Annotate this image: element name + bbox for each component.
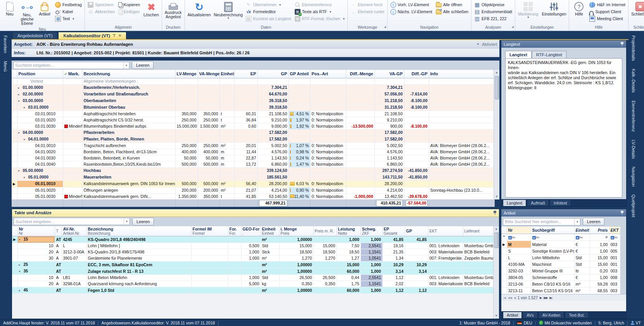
lv-menge-cell[interactable]: 400,000	[175, 149, 198, 155]
column-header-einheit[interactable]: Einheit	[574, 227, 590, 234]
einheit-cell[interactable]: €	[574, 274, 590, 281]
suchbegriff-cell[interactable]: Maschinist	[531, 261, 574, 268]
diff-gp-cell[interactable]: -8.100,00	[404, 97, 429, 104]
bezeichnung-cell[interactable]: Rasenbordstein,Beton,10/25,Kiesb.bis10m	[82, 161, 175, 167]
pin-icon[interactable]	[620, 211, 624, 215]
bezeichnung-cell[interactable]: Bordstein, Betonbett, in Kurven	[82, 155, 175, 161]
bezeichnung-cell[interactable]: Baustelleneinr./Verkehrssich.	[82, 84, 175, 91]
column-header-geo-for[interactable]: GEO-For.	[241, 226, 261, 236]
einheit-cell[interactable]: €	[574, 248, 590, 255]
table-row[interactable]: ▾05.00.0000Hochbau339.124,50297.274,50-4…	[12, 167, 494, 174]
table-row[interactable]: ▾04.00.0000Pflasterarbeiten17.582,0017.5…	[12, 129, 494, 136]
menge-cell[interactable]	[241, 268, 261, 275]
info-cell[interactable]	[429, 174, 494, 180]
gesamt-cell[interactable]: 3,14	[382, 268, 405, 275]
suchbegriff-cell[interactable]: Sonstige Kosten (LV-Positi...	[531, 248, 574, 255]
va-gp-cell[interactable]: 13.462,50	[375, 193, 404, 199]
panel-tab-av-ketten[interactable]: AV-Ketten	[539, 312, 565, 319]
nr-cell[interactable]: 3213-06	[507, 281, 531, 288]
pos-art-cell[interactable]: 0: Normalposition	[310, 123, 346, 129]
diff-menge-cell[interactable]	[346, 161, 375, 167]
einheit-cell[interactable]: m²	[219, 142, 234, 149]
va-gp-cell[interactable]: 4.576,00	[375, 149, 404, 155]
for-cell[interactable]	[228, 236, 241, 243]
va-gp-cell[interactable]: 28.200,00	[375, 180, 404, 187]
einheit-cell[interactable]: m³	[574, 288, 590, 294]
gp-cell[interactable]: 4.214,00	[257, 187, 288, 193]
diff-gp-cell[interactable]	[404, 161, 429, 167]
ekt-cell[interactable]: 003	[609, 288, 620, 294]
einheit-cell[interactable]: m²	[261, 255, 279, 262]
main-search-input[interactable]	[14, 63, 123, 68]
info-cell[interactable]	[429, 167, 494, 174]
diff-gp-cell[interactable]	[404, 84, 429, 91]
einheit-cell[interactable]: m	[219, 149, 234, 155]
einheit-cell[interactable]: m²	[261, 268, 279, 275]
zkf-cell[interactable]: 1,000	[361, 268, 382, 275]
langtext-tab-langtext[interactable]: Langtext	[505, 51, 532, 58]
column-header-lieferant[interactable]: Lieferant	[463, 226, 494, 236]
ep-cell[interactable]: 11,44	[234, 149, 257, 155]
diff-menge-cell[interactable]	[346, 187, 375, 193]
gesamt-cell[interactable]: 10,29	[382, 262, 405, 268]
bezeichnung-cell[interactable]: Vorarbeiten und Straßenaufbruch	[82, 91, 175, 97]
gp-anteil-cell[interactable]	[288, 104, 310, 111]
pos-art-cell[interactable]	[310, 174, 346, 180]
panel-tab-artikel[interactable]: Artikel	[503, 312, 522, 319]
diff-gp-cell[interactable]: -41.850,00	[404, 174, 429, 180]
gesamt-cell[interactable]: 2,02	[382, 281, 405, 287]
gp-anteil-cell[interactable]: 0,98 %	[288, 149, 310, 155]
einheit-cell[interactable]	[219, 167, 234, 174]
bezeichnung-cell[interactable]: Kalksandsteinmauerwerk gern. DIN 1053 fü…	[82, 180, 175, 187]
info-cell[interactable]	[429, 84, 494, 91]
lieferant-cell[interactable]: Musterbau GmbH	[463, 275, 494, 281]
sidebar-tab-menü[interactable]: Menü	[0, 57, 11, 76]
pos-art-cell[interactable]: 0: Normalposition	[310, 155, 346, 161]
pos-art-cell[interactable]	[310, 78, 346, 84]
bezeichnung-cell[interactable]: Bitumenhaltiges Bindemittel aufspr.	[82, 123, 175, 129]
netto-cell[interactable]: 1,27	[337, 255, 361, 262]
table-row[interactable]: 3804-05Schmierstoffe€1,00008	[501, 274, 620, 281]
dock-tab-elementreferenz[interactable]: Elementreferenz	[628, 97, 639, 136]
ep-cell[interactable]: 56,40	[234, 180, 257, 187]
objektpreise-button[interactable]: Objektpreise	[473, 1, 514, 8]
t-cell[interactable]: AT	[55, 236, 62, 243]
table-row[interactable]: SSonstige Kosten (LV-Positi...€1,00005	[501, 248, 620, 255]
for-cell[interactable]	[228, 281, 241, 287]
av-nr-cell[interactable]	[62, 287, 86, 294]
info-cell[interactable]	[429, 91, 494, 97]
einheit-cell[interactable]: Stck	[261, 249, 279, 255]
nr-cell[interactable]: ▸45	[17, 287, 55, 294]
va-menge-cell[interactable]: 400,000	[198, 149, 219, 155]
netto-cell[interactable]: 0,44	[337, 275, 361, 281]
mark-cell[interactable]	[63, 129, 82, 136]
gp-cell[interactable]: 17.582,00	[257, 136, 288, 142]
preis-mr-cell[interactable]: 26,500	[313, 275, 337, 281]
bezeichnung-cell[interactable]: KS-Quadro 20/1,8 498/175/498	[86, 249, 191, 255]
ekt-cell[interactable]: 008	[609, 274, 620, 281]
pin-icon[interactable]	[620, 42, 624, 46]
diff-menge-cell[interactable]	[346, 104, 375, 111]
mark-cell[interactable]	[63, 167, 82, 174]
mark-cell[interactable]	[63, 84, 82, 91]
lv-grid-scrollbar[interactable]: ▲ ▼	[494, 70, 499, 199]
nr-cell[interactable]: ▾15	[17, 236, 55, 243]
column-header-va-menge[interactable]: VA-Menge	[198, 70, 219, 78]
t-cell[interactable]: AT	[55, 262, 62, 268]
info-cell[interactable]	[429, 123, 494, 129]
efb-221-222-button[interactable]: EFB 221, 222	[473, 15, 514, 22]
nr-cell[interactable]: 3213-11	[507, 288, 531, 294]
info-cell[interactable]: AVA: Blomeyer GmbH (28.06.2...	[429, 142, 494, 149]
position-cell[interactable]: 04.01.0030	[17, 155, 63, 161]
mark-cell[interactable]	[63, 97, 82, 104]
ep-cell[interactable]: 36,84	[234, 117, 257, 123]
info-cell[interactable]	[429, 129, 494, 136]
einheit-cell[interactable]: m²	[261, 236, 279, 243]
column-header-mark-[interactable]: ✔Mark.	[63, 70, 82, 78]
einheit-cell[interactable]: Std	[261, 275, 279, 281]
suchbegriff-cell[interactable]: Material	[531, 241, 574, 248]
ekt-cell[interactable]: 001	[609, 261, 620, 268]
zkf-cell[interactable]: 1,0541	[361, 255, 382, 262]
suchbegriff-cell[interactable]: Lohn Mittellohn	[531, 255, 574, 261]
column-header-diff-menge[interactable]: Diff.-Menge	[346, 70, 375, 78]
